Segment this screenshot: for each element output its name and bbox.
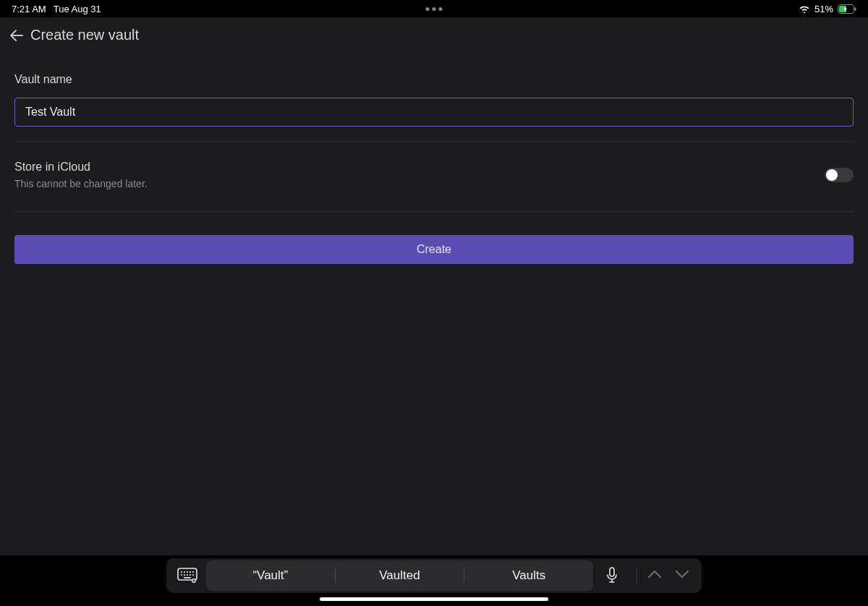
undo-redo-group [643, 569, 699, 582]
vertical-separator [637, 567, 637, 584]
status-date: Tue Aug 31 [54, 4, 101, 14]
battery-icon [838, 4, 856, 14]
multitask-dots-icon[interactable] [426, 7, 443, 11]
svg-point-7 [190, 571, 191, 573]
keyboard-icon[interactable] [169, 568, 206, 584]
page-title: Create new vault [30, 27, 139, 43]
suggestion-2[interactable]: Vaulted [336, 560, 464, 591]
svg-rect-16 [610, 568, 614, 576]
vault-name-input[interactable] [14, 98, 854, 127]
svg-point-6 [187, 571, 188, 573]
icloud-subtitle: This cannot be changed later. [14, 178, 148, 189]
microphone-icon[interactable] [593, 567, 631, 584]
svg-point-12 [190, 574, 191, 576]
svg-point-10 [184, 574, 185, 576]
wifi-icon [799, 4, 810, 13]
status-left: 7:21 AM Tue Aug 31 [12, 4, 101, 14]
svg-rect-2 [855, 7, 856, 11]
keyboard-suggestion-area: “Vault” Vaulted Vaults [0, 555, 868, 606]
content-area: Vault name Store in iCloud This cannot b… [0, 53, 868, 606]
chevron-down-icon[interactable] [675, 569, 689, 582]
icloud-title: Store in iCloud [14, 161, 148, 174]
divider [14, 211, 854, 212]
icloud-row: Store in iCloud This cannot be changed l… [14, 142, 854, 189]
suggestion-1[interactable]: “Vault” [206, 560, 335, 591]
svg-point-13 [192, 574, 194, 576]
suggestion-bar: “Vault” Vaulted Vaults [166, 558, 702, 593]
suggestion-3[interactable]: Vaults [464, 560, 593, 591]
vault-name-label: Vault name [14, 73, 854, 86]
status-bar: 7:21 AM Tue Aug 31 51% [0, 0, 868, 17]
svg-point-9 [181, 574, 182, 576]
create-button[interactable]: Create [14, 235, 854, 264]
status-time: 7:21 AM [12, 4, 46, 14]
icloud-toggle[interactable] [825, 168, 854, 182]
back-arrow-icon[interactable] [10, 30, 23, 41]
toggle-knob [826, 169, 838, 181]
svg-rect-14 [184, 577, 191, 579]
svg-point-11 [187, 574, 188, 576]
svg-point-8 [192, 571, 194, 573]
svg-point-4 [181, 571, 182, 573]
svg-point-5 [184, 571, 185, 573]
vault-name-section: Vault name [14, 53, 854, 127]
home-indicator[interactable] [320, 597, 548, 601]
page-header: Create new vault [0, 17, 868, 53]
status-right: 51% [799, 4, 856, 14]
suggestion-pill: “Vault” Vaulted Vaults [206, 560, 593, 591]
chevron-up-icon[interactable] [647, 569, 662, 582]
battery-percent: 51% [814, 4, 833, 14]
